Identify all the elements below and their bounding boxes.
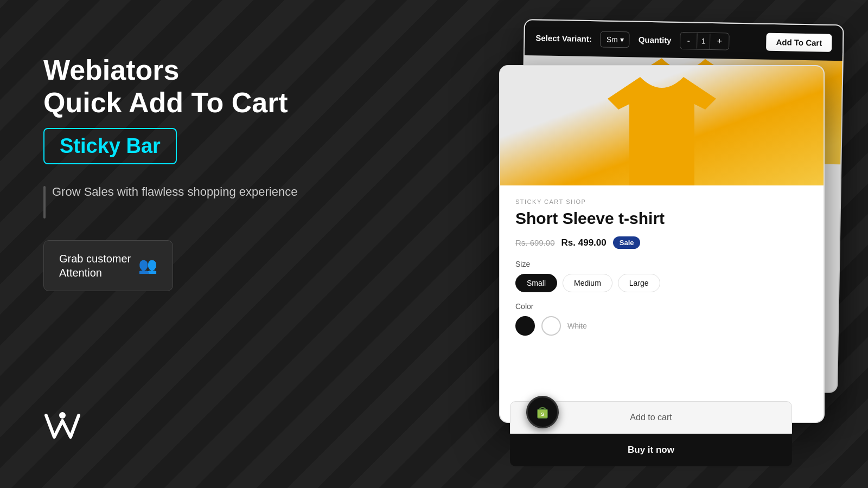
grab-attention-box: Grab customer Attention 👥: [43, 240, 173, 291]
product-image-main: [500, 66, 824, 185]
product-card-main: STICKY CART SHOP Short Sleeve t-shirt Rs…: [499, 65, 825, 423]
size-label: Size: [515, 260, 808, 268]
color-label: Color: [515, 302, 808, 311]
product-info: STICKY CART SHOP Short Sleeve t-shirt Rs…: [500, 185, 824, 354]
size-large-button[interactable]: Large: [618, 274, 660, 292]
select-variant-label: Select Variant:: [535, 33, 592, 43]
color-black-swatch[interactable]: [515, 316, 535, 336]
logo-area: [43, 410, 81, 445]
sticky-bar-badge: Sticky Bar: [43, 128, 177, 164]
quantity-value: 1: [697, 33, 711, 48]
shopify-bag-icon: S: [533, 403, 552, 421]
price-sale: Rs. 499.00: [561, 237, 607, 248]
title-line2: Quick Add To Cart: [43, 87, 288, 118]
tagline-block: Grow Sales with flawless shopping experi…: [43, 184, 315, 219]
quantity-decrease-button[interactable]: -: [680, 32, 697, 49]
variant-select[interactable]: Sm ▾: [600, 31, 630, 48]
size-options: Small Medium Large: [515, 274, 808, 292]
webiators-logo: [43, 410, 81, 442]
tagline-text: Grow Sales with flawless shopping experi…: [52, 184, 297, 201]
grab-attention-text: Grab customer Attention: [59, 252, 131, 280]
svg-point-0: [59, 412, 66, 419]
buy-it-now-bottom[interactable]: Buy it now: [510, 434, 792, 466]
svg-text:S: S: [541, 412, 544, 417]
svg-point-2: [539, 409, 541, 410]
price-row: Rs. 699.00 Rs. 499.00 Sale: [515, 236, 808, 249]
color-options: White: [515, 316, 808, 336]
main-title: Webiators Quick Add To Cart: [43, 54, 315, 119]
svg-point-3: [545, 409, 546, 410]
badge-label: Sticky Bar: [60, 134, 161, 157]
color-white-swatch[interactable]: [541, 316, 561, 336]
variant-value: Sm: [607, 35, 618, 43]
buy-it-now-label: Buy it now: [628, 445, 674, 455]
add-to-cart-top-button[interactable]: Add To Cart: [766, 33, 832, 52]
shopify-icon: S: [526, 396, 559, 428]
size-small-button[interactable]: Small: [515, 274, 557, 292]
product-name: Short Sleeve t-shirt: [515, 209, 808, 228]
color-white-label: White: [567, 322, 587, 330]
title-line1: Webiators: [43, 54, 179, 86]
people-icon: 👥: [138, 256, 157, 274]
quantity-control: - 1 +: [680, 31, 729, 50]
shop-name: STICKY CART SHOP: [515, 198, 808, 205]
tagline-bar-decoration: [43, 186, 46, 219]
sticky-bar-top: Select Variant: Sm ▾ Quantity - 1 + Add …: [525, 20, 843, 61]
right-panel: Select Variant: Sm ▾ Quantity - 1 + Add …: [499, 22, 835, 466]
quantity-label: Quantity: [639, 35, 672, 45]
price-original: Rs. 699.00: [515, 238, 555, 247]
left-panel: Webiators Quick Add To Cart Sticky Bar G…: [43, 54, 315, 324]
grab-text-line1: Grab customer: [59, 253, 131, 265]
tshirt-main-svg: [608, 72, 716, 185]
add-to-cart-bottom-label: Add to cart: [630, 413, 672, 422]
chevron-down-icon: ▾: [620, 35, 624, 43]
size-medium-button[interactable]: Medium: [563, 274, 612, 292]
sale-badge: Sale: [613, 236, 641, 249]
grab-text-line2: Attention: [59, 267, 102, 279]
quantity-increase-button[interactable]: +: [710, 33, 729, 49]
bottom-sticky-overlay: S Add to cart Buy it now: [510, 401, 792, 466]
